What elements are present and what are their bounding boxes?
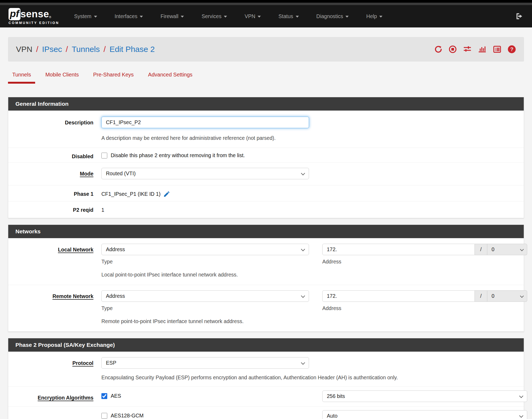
- edit-pencil-icon[interactable]: [163, 190, 170, 199]
- p2reqid-value: 1: [101, 204, 517, 213]
- nav-item-label: Firewall: [160, 13, 178, 19]
- chevron-down-icon: [140, 16, 143, 18]
- aes-keylen-select[interactable]: 256 bits: [322, 390, 527, 402]
- chevron-down-icon: [181, 16, 184, 18]
- protocol-select-value: ESP: [106, 360, 116, 366]
- window-top-strip: [0, 0, 532, 3]
- pfsense-logo[interactable]: pf sense ® COMMUNITY EDITION: [9, 8, 59, 25]
- remote-network-prefix-value: 0: [492, 293, 494, 299]
- nav-item-services[interactable]: Services: [201, 13, 227, 19]
- chevron-down-icon: [301, 361, 305, 365]
- aes128gcm-checkbox-row: AES128-GCM: [101, 410, 309, 419]
- breadcrumb-link-tunnels[interactable]: Tunnels: [72, 45, 100, 54]
- local-network-type-select[interactable]: Address: [101, 244, 309, 255]
- chevron-down-icon: [379, 16, 382, 18]
- local-network-type-sublabel: Type: [101, 259, 309, 265]
- tab-tunnels[interactable]: Tunnels: [8, 72, 35, 84]
- mode-row: Mode Routed (VTI): [8, 162, 524, 185]
- breadcrumb: VPN / IPsec / Tunnels / Edit Phase 2: [16, 45, 155, 54]
- nav-item-interfaces[interactable]: Interfaces: [115, 13, 143, 19]
- tab-mobile-clients[interactable]: Mobile Clients: [41, 72, 83, 84]
- remote-network-address-input[interactable]: [322, 290, 475, 302]
- networks-panel: Networks Local Network Address Type /: [8, 225, 524, 332]
- protocol-row: Protocol ESP Encapsulating Security Payl…: [8, 352, 524, 387]
- local-network-address-sublabel: Address: [322, 259, 527, 265]
- phase1-row: Phase 1 CF1_IPsec_P1 (IKE ID 1): [8, 185, 524, 201]
- aes128gcm-checkbox[interactable]: [101, 413, 107, 419]
- local-network-address-input[interactable]: [322, 244, 475, 255]
- protocol-select[interactable]: ESP: [101, 357, 309, 369]
- remote-network-help: Remote point-to-point IPsec interface tu…: [101, 318, 527, 324]
- nav-item-vpn[interactable]: VPN: [245, 13, 261, 19]
- mode-select[interactable]: Routed (VTI): [101, 168, 309, 179]
- help-icon[interactable]: ?: [508, 45, 516, 54]
- address-separator: /: [475, 244, 487, 255]
- protocol-help: Encapsulating Security Payload (ESP) per…: [101, 375, 517, 381]
- nav-item-diagnostics[interactable]: Diagnostics: [316, 13, 349, 19]
- disabled-checkbox-row: Disable this phase 2 entry without remov…: [101, 150, 517, 158]
- remote-network-address-sublabel: Address: [322, 305, 527, 311]
- breadcrumb-separator: /: [36, 45, 38, 54]
- remote-network-label: Remote Network: [8, 290, 101, 324]
- logo-registered-mark: ®: [49, 15, 51, 19]
- disabled-label: Disabled: [8, 150, 101, 160]
- logo-edition-text: COMMUNITY EDITION: [9, 21, 59, 25]
- log-icon[interactable]: [493, 45, 502, 54]
- nav-item-system[interactable]: System: [74, 13, 97, 19]
- chevron-down-icon: [94, 16, 97, 18]
- refresh-icon[interactable]: [434, 45, 443, 54]
- status-chart-icon[interactable]: [478, 45, 487, 54]
- chevron-down-icon: [258, 16, 261, 18]
- remote-network-row: Remote Network Address Type / 0: [8, 285, 524, 331]
- panel-title: Phase 2 Proposal (SA/Key Exchange): [8, 338, 524, 352]
- nav-item-help[interactable]: Help: [366, 13, 382, 19]
- nav-item-label: VPN: [245, 13, 255, 19]
- chevron-down-icon: [301, 294, 305, 298]
- svg-text:?: ?: [510, 46, 513, 52]
- local-network-type-value: Address: [106, 246, 125, 253]
- top-navbar: pf sense ® COMMUNITY EDITION System Inte…: [0, 5, 532, 27]
- panel-title: General Information: [8, 97, 524, 111]
- breadcrumb-link-ipsec[interactable]: IPsec: [42, 45, 62, 54]
- description-help: A description may be entered here for ad…: [101, 135, 517, 141]
- remote-network-prefix-select[interactable]: 0: [487, 290, 527, 302]
- browser-strip: [0, 3, 532, 5]
- disabled-checkbox[interactable]: [101, 153, 107, 158]
- panel-title: Networks: [8, 225, 524, 238]
- nav-item-label: System: [74, 13, 92, 19]
- chevron-down-icon: [520, 247, 524, 251]
- aes128gcm-keylen-value: Auto: [327, 413, 337, 419]
- aes-checkbox[interactable]: [101, 393, 107, 399]
- description-input[interactable]: [101, 117, 309, 128]
- encryption-aes-row: Encryption Algorithms AES 256 bits: [8, 387, 524, 406]
- stop-service-icon[interactable]: [448, 45, 457, 54]
- description-row: Description A description may be entered…: [8, 111, 524, 148]
- tab-pre-shared-keys[interactable]: Pre-Shared Keys: [89, 72, 138, 84]
- p2reqid-label: P2 reqid: [8, 204, 101, 213]
- logo-sense-text: sense: [20, 8, 49, 20]
- aes128gcm-keylen-select[interactable]: Auto: [322, 410, 527, 419]
- local-network-prefix-value: 0: [492, 246, 494, 253]
- chevron-down-icon: [345, 16, 349, 18]
- nav-item-firewall[interactable]: Firewall: [160, 13, 184, 19]
- breadcrumb-separator: /: [66, 45, 68, 54]
- local-network-label: Local Network: [8, 244, 101, 278]
- tab-advanced-settings[interactable]: Advanced Settings: [144, 72, 197, 84]
- chevron-down-icon: [224, 16, 227, 18]
- aes128gcm-checkbox-label: AES128-GCM: [111, 413, 144, 419]
- local-network-prefix-select[interactable]: 0: [487, 244, 527, 255]
- phase1-label: Phase 1: [8, 188, 101, 199]
- description-label: Description: [8, 117, 101, 141]
- breadcrumb-link-edit-phase2[interactable]: Edit Phase 2: [109, 45, 155, 54]
- nav-item-status[interactable]: Status: [278, 13, 299, 19]
- remote-network-type-select[interactable]: Address: [101, 290, 309, 302]
- encryption-aes128gcm-row: AES128-GCM Auto: [8, 406, 524, 419]
- logout-icon[interactable]: [515, 12, 523, 20]
- aes-keylen-value: 256 bits: [327, 393, 345, 399]
- chevron-down-icon: [519, 394, 523, 398]
- disabled-row: Disabled Disable this phase 2 entry with…: [8, 148, 524, 162]
- local-network-row: Local Network Address Type / 0: [8, 238, 524, 285]
- chevron-down-icon: [519, 414, 523, 418]
- nav-item-label: Diagnostics: [316, 13, 343, 19]
- related-settings-icon[interactable]: [463, 45, 472, 54]
